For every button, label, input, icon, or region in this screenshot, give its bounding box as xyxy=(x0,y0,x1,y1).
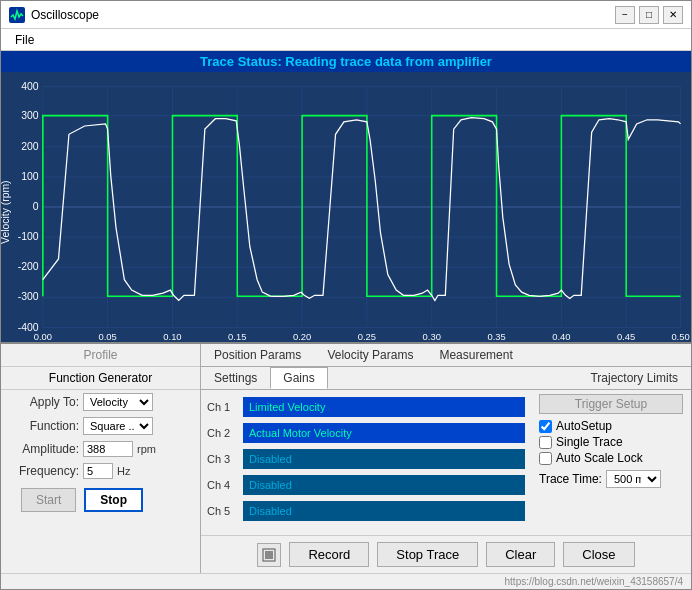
function-label: Function: xyxy=(9,419,79,433)
trace-status-bar: Trace Status: Reading trace data from am… xyxy=(1,51,691,72)
function-row: Function: Square ... xyxy=(1,414,200,438)
right-controls: Trigger Setup AutoSetup Single Trace Aut… xyxy=(531,390,691,535)
close-button[interactable]: ✕ xyxy=(663,6,683,24)
autosetup-checkbox[interactable] xyxy=(539,420,552,433)
function-select[interactable]: Square ... xyxy=(83,417,153,435)
svg-text:200: 200 xyxy=(21,141,39,152)
trace-time-label: Trace Time: xyxy=(539,472,602,486)
channels-list: Ch 1 Limited Velocity Ch 2 Actual Motor … xyxy=(201,390,531,535)
add-channel-button[interactable] xyxy=(257,543,281,567)
tab-trajectory-limits[interactable]: Trajectory Limits xyxy=(577,367,691,389)
svg-text:0.20: 0.20 xyxy=(293,332,311,342)
channel-row-2: Ch 2 Actual Motor Velocity xyxy=(201,420,531,446)
bottom-panel: Profile Function Generator Apply To: Vel… xyxy=(1,342,691,573)
minimize-button[interactable]: − xyxy=(615,6,635,24)
apply-to-label: Apply To: xyxy=(9,395,79,409)
svg-text:Time (seconds): Time (seconds) xyxy=(326,341,398,342)
apply-to-row: Apply To: Velocity xyxy=(1,390,200,414)
tabs-row1: Position Params Velocity Params Measurem… xyxy=(201,344,691,367)
oscilloscope-icon xyxy=(9,7,25,23)
oscilloscope-chart: 400 300 200 100 0 -100 -200 -300 -400 0.… xyxy=(1,72,691,342)
function-gen-header: Function Generator xyxy=(1,367,200,390)
tab-position-params[interactable]: Position Params xyxy=(201,344,314,366)
maximize-button[interactable]: □ xyxy=(639,6,659,24)
tab-settings[interactable]: Settings xyxy=(201,367,270,389)
svg-text:400: 400 xyxy=(21,81,39,92)
close-button[interactable]: Close xyxy=(563,542,634,567)
amplitude-input[interactable] xyxy=(83,441,133,457)
amplitude-label: Amplitude: xyxy=(9,442,79,456)
auto-scale-row: Auto Scale Lock xyxy=(539,450,683,466)
amplitude-row: Amplitude: rpm xyxy=(1,438,200,460)
right-panel: Position Params Velocity Params Measurem… xyxy=(201,344,691,573)
trigger-setup-button[interactable]: Trigger Setup xyxy=(539,394,683,414)
chart-svg: 400 300 200 100 0 -100 -200 -300 -400 0.… xyxy=(1,72,691,342)
svg-text:-100: -100 xyxy=(18,231,39,242)
window-title: Oscilloscope xyxy=(31,8,99,22)
clear-button[interactable]: Clear xyxy=(486,542,555,567)
trace-time-row: Trace Time: 500 ms xyxy=(539,470,683,488)
single-trace-checkbox[interactable] xyxy=(539,436,552,449)
svg-text:-300: -300 xyxy=(18,291,39,302)
title-bar: Oscilloscope − □ ✕ xyxy=(1,1,691,29)
ch4-value[interactable]: Disabled xyxy=(243,475,525,495)
file-menu[interactable]: File xyxy=(9,31,40,49)
ch3-value[interactable]: Disabled xyxy=(243,449,525,469)
ch5-label: Ch 5 xyxy=(207,505,237,517)
channel-row-1: Ch 1 Limited Velocity xyxy=(201,394,531,420)
svg-text:0.45: 0.45 xyxy=(617,332,635,342)
trace-time-select[interactable]: 500 ms xyxy=(606,470,661,488)
record-button[interactable]: Record xyxy=(289,542,369,567)
single-trace-row: Single Trace xyxy=(539,434,683,450)
svg-text:0.50: 0.50 xyxy=(671,332,689,342)
ch1-label: Ch 1 xyxy=(207,401,237,413)
svg-text:0.10: 0.10 xyxy=(163,332,181,342)
bottom-buttons: Record Stop Trace Clear Close xyxy=(201,535,691,573)
amplitude-unit: rpm xyxy=(137,443,156,455)
start-button[interactable]: Start xyxy=(21,488,76,512)
ch1-value[interactable]: Limited Velocity xyxy=(243,397,525,417)
svg-text:0.30: 0.30 xyxy=(423,332,441,342)
tab-velocity-params[interactable]: Velocity Params xyxy=(314,344,426,366)
ch3-label: Ch 3 xyxy=(207,453,237,465)
title-bar-left: Oscilloscope xyxy=(9,7,99,23)
frequency-label: Frequency: xyxy=(9,464,79,478)
svg-text:Velocity (rpm): Velocity (rpm) xyxy=(1,180,11,243)
svg-text:0.05: 0.05 xyxy=(98,332,116,342)
svg-rect-45 xyxy=(265,551,273,559)
ch2-label: Ch 2 xyxy=(207,427,237,439)
stop-trace-button[interactable]: Stop Trace xyxy=(377,542,478,567)
stop-button[interactable]: Stop xyxy=(84,488,143,512)
profile-header: Profile xyxy=(1,344,200,367)
start-stop-row: Start Stop xyxy=(1,482,200,518)
main-window: Oscilloscope − □ ✕ File Trace Status: Re… xyxy=(0,0,692,590)
add-icon xyxy=(262,548,276,562)
frequency-row: Frequency: Hz xyxy=(1,460,200,482)
svg-text:0: 0 xyxy=(33,201,39,212)
tab-gains[interactable]: Gains xyxy=(270,367,327,389)
status-text: https://blog.csdn.net/weixin_43158657/4 xyxy=(505,576,683,587)
svg-text:0.15: 0.15 xyxy=(228,332,246,342)
channel-row-3: Ch 3 Disabled xyxy=(201,446,531,472)
apply-to-select[interactable]: Velocity xyxy=(83,393,153,411)
left-panel: Profile Function Generator Apply To: Vel… xyxy=(1,344,201,573)
ch2-value[interactable]: Actual Motor Velocity xyxy=(243,423,525,443)
svg-text:0.35: 0.35 xyxy=(487,332,505,342)
svg-text:-400: -400 xyxy=(18,322,39,333)
autosetup-label: AutoSetup xyxy=(556,419,612,433)
autosetup-row: AutoSetup xyxy=(539,418,683,434)
channel-row-4: Ch 4 Disabled xyxy=(201,472,531,498)
ch5-value[interactable]: Disabled xyxy=(243,501,525,521)
auto-scale-checkbox[interactable] xyxy=(539,452,552,465)
single-trace-label: Single Trace xyxy=(556,435,623,449)
title-controls: − □ ✕ xyxy=(615,6,683,24)
frequency-unit: Hz xyxy=(117,465,130,477)
tab-measurement[interactable]: Measurement xyxy=(426,344,525,366)
svg-text:100: 100 xyxy=(21,171,39,182)
svg-text:0.40: 0.40 xyxy=(552,332,570,342)
tabs-row2: Settings Gains Trajectory Limits xyxy=(201,367,691,390)
svg-text:300: 300 xyxy=(21,110,39,121)
svg-text:-200: -200 xyxy=(18,261,39,272)
frequency-input[interactable] xyxy=(83,463,113,479)
channel-row-5: Ch 5 Disabled xyxy=(201,498,531,524)
